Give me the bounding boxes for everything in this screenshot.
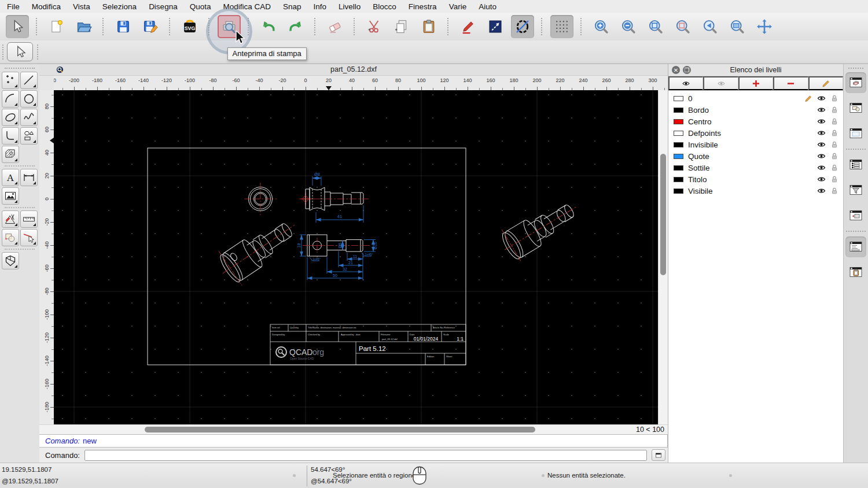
layer-lock-icon[interactable]: [830, 164, 838, 172]
zoom-window-button[interactable]: [726, 15, 749, 38]
dock-drag-handle[interactable]: [848, 68, 863, 69]
auto-zoom-button[interactable]: [644, 15, 667, 38]
menu-vista[interactable]: Vista: [73, 2, 90, 11]
horizontal-scrollbar-thumb[interactable]: [145, 427, 535, 432]
hide-all-layers-button[interactable]: [703, 76, 738, 90]
circle-slash-toggle-button[interactable]: [511, 15, 534, 38]
edit-pencil-button[interactable]: [457, 15, 480, 38]
selection-tool-button[interactable]: [7, 42, 33, 61]
layer-row-invisibile[interactable]: Invisibile: [668, 139, 843, 150]
menu-livello[interactable]: Livello: [339, 2, 361, 11]
property-list-dock-button[interactable]: [845, 154, 866, 175]
menu-blocco[interactable]: Blocco: [373, 2, 396, 11]
menu-varie[interactable]: Varie: [449, 2, 467, 11]
library-browser-dock-button[interactable]: [845, 205, 866, 226]
palette-drag-handle[interactable]: [5, 68, 35, 69]
zoom-out-button[interactable]: [617, 15, 640, 38]
layer-visibility-icon[interactable]: [817, 164, 826, 171]
points-tool-button[interactable]: [2, 72, 19, 89]
layer-row-quote[interactable]: Quote: [668, 150, 843, 162]
paste-button[interactable]: [417, 15, 440, 38]
layer-lock-icon[interactable]: [830, 152, 838, 160]
zoom-in-button[interactable]: [590, 15, 613, 38]
vertical-scrollbar[interactable]: [658, 90, 668, 424]
modify-snap-tool-button[interactable]: [20, 229, 38, 246]
vertical-scrollbar-thumb[interactable]: [660, 154, 666, 275]
command-input[interactable]: [84, 450, 647, 461]
layer-visibility-icon[interactable]: [817, 118, 826, 125]
solid-3d-tool-button[interactable]: [2, 252, 19, 269]
menu-snap[interactable]: Snap: [283, 2, 301, 11]
layer-visibility-icon[interactable]: [817, 153, 826, 160]
redo-button[interactable]: [284, 15, 307, 38]
layer-row-bordo[interactable]: Bordo: [668, 104, 843, 116]
dimension-tool-button[interactable]: [20, 169, 38, 186]
line-arrow-button[interactable]: [484, 15, 507, 38]
command-line-dock-button[interactable]: [845, 236, 866, 257]
document-tab[interactable]: part_05.12.dxf: [39, 64, 668, 76]
menu-quota[interactable]: Quota: [190, 2, 211, 11]
spline-tool-button[interactable]: [20, 109, 38, 126]
layer-row-0[interactable]: 0: [668, 93, 843, 104]
layer-row-visibile[interactable]: Visibile: [668, 185, 843, 197]
layer-visibility-icon[interactable]: [817, 187, 826, 194]
menu-aiuto[interactable]: Aiuto: [479, 2, 496, 11]
drawing-canvas[interactable]: Ø8 41: [54, 90, 658, 424]
layer-row-defpoints[interactable]: Defpoints: [668, 127, 843, 139]
previous-view-button[interactable]: [698, 15, 722, 38]
horizontal-scrollbar[interactable]: [39, 425, 632, 434]
layer-lock-icon[interactable]: [830, 94, 838, 102]
menu-file[interactable]: File: [7, 2, 20, 11]
layer-lock-icon[interactable]: [830, 106, 838, 114]
menu-info[interactable]: Info: [314, 2, 327, 11]
layer-lock-icon[interactable]: [830, 117, 838, 125]
cut-button[interactable]: [363, 15, 386, 38]
layer-list-dock-button[interactable]: [845, 72, 866, 93]
hatch-tool-button[interactable]: [2, 146, 19, 163]
toolbar-drag-handle[interactable]: [37, 45, 38, 60]
polyline-tool-button[interactable]: [2, 127, 19, 145]
image-tool-button[interactable]: [2, 187, 19, 205]
remove-layer-button[interactable]: [773, 76, 808, 90]
layer-row-sottile[interactable]: Sottile: [668, 162, 843, 173]
selection-filter-dock-button[interactable]: [845, 180, 866, 201]
save-button[interactable]: [112, 15, 135, 38]
block-list-dock-button[interactable]: [845, 98, 866, 119]
command-options-button[interactable]: [652, 449, 665, 461]
svg-export-button[interactable]: SVG: [178, 15, 201, 38]
new-file-button[interactable]: [45, 15, 68, 38]
menu-seleziona[interactable]: Seleziona: [102, 2, 137, 11]
menu-disegna[interactable]: Disegna: [149, 2, 178, 11]
toolbar-drag-handle[interactable]: [2, 45, 3, 60]
save-as-button[interactable]: [139, 15, 162, 38]
layer-lock-icon[interactable]: [830, 141, 838, 149]
text-tool-button[interactable]: A: [2, 169, 19, 186]
copy-button[interactable]: [390, 15, 413, 38]
measure-tool-button[interactable]: [20, 210, 38, 228]
open-file-button[interactable]: [72, 15, 95, 38]
zoom-selection-button[interactable]: [671, 15, 694, 38]
shapes-tool-button[interactable]: [20, 127, 38, 145]
layer-row-titolo[interactable]: Titolo: [668, 173, 843, 185]
layer-lock-icon[interactable]: [830, 175, 838, 183]
arc-tool-button[interactable]: [2, 90, 19, 108]
ellipse-tool-button[interactable]: [2, 109, 19, 126]
select-button[interactable]: [6, 15, 29, 38]
layer-visibility-icon[interactable]: [817, 95, 826, 102]
menu-modifica[interactable]: Modifica: [32, 2, 61, 11]
pan-button[interactable]: [753, 15, 776, 38]
menu-finestra[interactable]: Finestra: [409, 2, 437, 11]
layer-lock-icon[interactable]: [830, 129, 838, 137]
add-layer-button[interactable]: [738, 76, 773, 90]
modify-tool-button[interactable]: [2, 229, 19, 246]
circle-tool-button[interactable]: [20, 90, 38, 108]
view-window-dock-button[interactable]: [845, 123, 866, 144]
layer-visibility-icon[interactable]: [817, 141, 826, 148]
grid-toggle-button[interactable]: [550, 15, 573, 38]
layer-visibility-icon[interactable]: [817, 106, 826, 113]
undo-button[interactable]: [257, 15, 280, 38]
show-all-layers-button[interactable]: [668, 76, 703, 90]
delete-eraser-button[interactable]: [323, 15, 347, 38]
layer-visibility-icon[interactable]: [817, 176, 826, 183]
line-tool-button[interactable]: [20, 72, 38, 89]
